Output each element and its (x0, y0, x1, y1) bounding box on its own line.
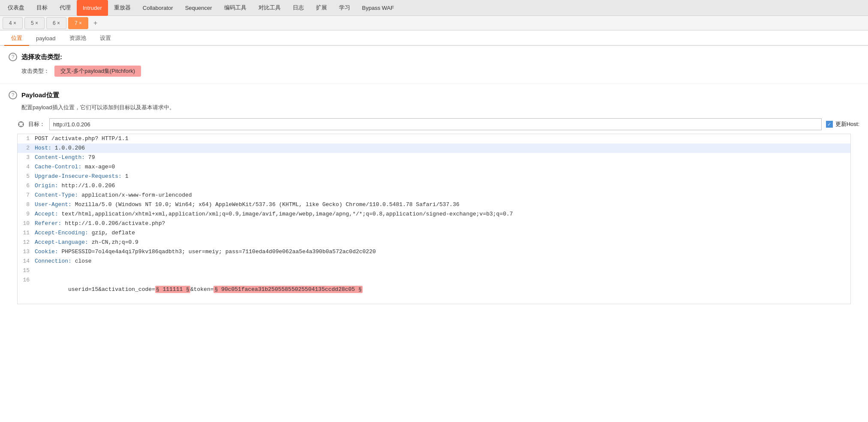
top-nav: 仪表盘 目标 代理 Intruder 重放器 Collaborator Sequ… (0, 0, 868, 16)
sub-tab-bar: 位置 payload 资源池 设置 (0, 30, 868, 46)
tab-7[interactable]: 7 × (68, 17, 88, 29)
http-line-5: 5 Upgrade-Insecure-Requests: 1 (18, 172, 850, 181)
update-host-label: 更新Host: (835, 120, 859, 128)
attack-type-help-icon[interactable]: ? (9, 53, 17, 61)
sub-tab-settings[interactable]: 设置 (93, 31, 118, 46)
attack-type-header: ? 选择攻击类型: (9, 53, 859, 61)
nav-learn[interactable]: 学习 (333, 0, 356, 16)
attack-type-value[interactable]: 交叉-多个payload集(Pitchfork) (54, 66, 141, 77)
http-line-11: 11 Accept-Encoding: gzip, deflate (18, 228, 850, 238)
http-line-16: 16 userid=15&activation_code=§ 111111 §&… (18, 275, 850, 304)
nav-repeater[interactable]: 重放器 (108, 0, 137, 16)
http-line-3: 3 Content-Length: 79 (18, 153, 850, 162)
http-line-10: 10 Referer: http://1.0.0.206/activate.ph… (18, 219, 850, 228)
attack-type-section: ? 选择攻击类型: 攻击类型： 交叉-多个payload集(Pitchfork) (0, 46, 868, 84)
tab-bar: 4 × 5 × 6 × 7 × + (0, 16, 868, 30)
nav-collaborator[interactable]: Collaborator (137, 0, 179, 16)
nav-extender[interactable]: 扩展 (310, 0, 333, 16)
nav-intruder[interactable]: Intruder (77, 0, 108, 16)
http-line-4: 4 Cache-Control: max-age=0 (18, 162, 850, 172)
http-line-12: 12 Accept-Language: zh-CN,zh;q=0.9 (18, 238, 850, 247)
target-row: 目标： ✓ 更新Host: (17, 118, 859, 130)
nav-bypass-waf[interactable]: Bypass WAF (356, 0, 400, 16)
nav-dashboard[interactable]: 仪表盘 (2, 0, 30, 16)
tab-6[interactable]: 6 × (46, 17, 66, 29)
checkbox-checkmark: ✓ (827, 122, 831, 127)
http-line-8: 8 User-Agent: Mozilla/5.0 (Windows NT 10… (18, 200, 850, 210)
http-line-7: 7 Content-Type: application/x-www-form-u… (18, 191, 850, 200)
payload-position-help-icon[interactable]: ? (9, 91, 17, 99)
http-line-13: 13 Cookie: PHPSESSID=7ol4qe4a4qi7p9kv186… (18, 247, 850, 257)
content-area: ? 选择攻击类型: 攻击类型： 交叉-多个payload集(Pitchfork)… (0, 46, 868, 422)
tab-add-button[interactable]: + (90, 18, 101, 29)
nav-target[interactable]: 目标 (30, 0, 54, 16)
nav-logger[interactable]: 日志 (287, 0, 310, 16)
nav-proxy[interactable]: 代理 (54, 0, 77, 16)
http-line-14: 14 Connection: close (18, 257, 850, 266)
http-editor[interactable]: 1 POST /activate.php? HTTP/1.1 2 Host: 1… (17, 134, 851, 304)
http-line-15: 15 (18, 266, 850, 275)
tab-4[interactable]: 4 × (3, 17, 23, 29)
target-label: 目标： (28, 120, 45, 128)
payload-desc: 配置payload插入位置，它们可以添加到目标以及基本请求中。 (21, 104, 859, 111)
nav-sequencer[interactable]: Sequencer (179, 0, 218, 16)
sub-tab-positions[interactable]: 位置 (4, 31, 29, 46)
update-host-row: ✓ 更新Host: (826, 120, 859, 128)
http-line-6: 6 Origin: http://1.0.0.206 (18, 181, 850, 191)
sub-tab-payload[interactable]: payload (29, 31, 63, 46)
payload-position-header: ? Payload位置 (9, 91, 859, 99)
attack-type-label: 攻击类型： (21, 67, 49, 75)
update-host-checkbox[interactable]: ✓ (826, 121, 833, 128)
payload-marker-1: § 111111 § (155, 286, 190, 293)
tab-5[interactable]: 5 × (24, 17, 45, 29)
target-crosshair-icon (17, 120, 25, 128)
payload-position-title: Payload位置 (21, 91, 59, 99)
http-line-2: 2 Host: 1.0.0.206 (18, 144, 850, 153)
attack-type-row: 攻击类型： 交叉-多个payload集(Pitchfork) (21, 66, 859, 77)
nav-encoder[interactable]: 编码工具 (218, 0, 252, 16)
sub-tab-resource-pool[interactable]: 资源池 (63, 31, 93, 46)
target-input[interactable] (49, 118, 822, 130)
attack-type-title: 选择攻击类型: (21, 53, 62, 61)
payload-marker-2: § 90c051facea31b25055855025504135ccdd28c… (213, 286, 362, 293)
payload-position-section: ? Payload位置 配置payload插入位置，它们可以添加到目标以及基本请… (0, 84, 868, 311)
nav-comparer[interactable]: 对比工具 (252, 0, 287, 16)
http-line-9: 9 Accept: text/html,application/xhtml+xm… (18, 210, 850, 219)
http-line-1: 1 POST /activate.php? HTTP/1.1 (18, 134, 850, 144)
